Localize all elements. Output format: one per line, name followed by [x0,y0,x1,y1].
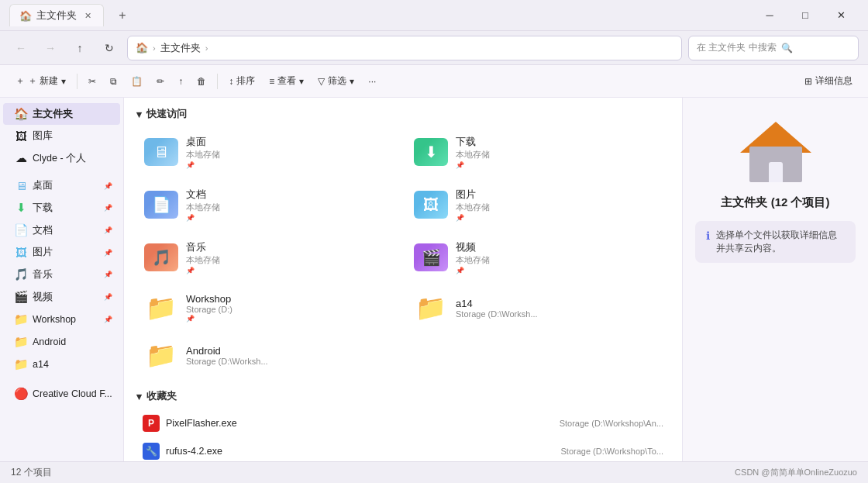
detail-info-box: ℹ 选择单个文件以获取详细信息并共享云内容。 [695,221,856,263]
folder-a14[interactable]: 📁 a14 Storage (D:\Worksh... [406,287,670,329]
filter-button[interactable]: ▽ 筛选 ▾ [312,71,360,91]
rufus-icon: 🔧 [143,443,160,460]
sidebar-item-workshop[interactable]: 📁 Workshop 📌 [3,309,120,330]
cut-button[interactable]: ✂ [82,73,102,90]
pictures-folder-info: 图片 本地存储 📌 [456,188,490,222]
status-bar: 12 个项目 CSDN @简简单单OnlineZuozuo [0,461,868,483]
folder-music[interactable]: 🎵 音乐 本地存储 📌 [136,234,400,281]
sidebar-downloads-label: 下载 [33,202,53,215]
sidebar-item-gallery[interactable]: 🖼 图库 [3,126,120,147]
sidebar-item-a14[interactable]: 📁 a14 [3,354,120,375]
favorites-label: 收藏夹 [146,389,177,403]
sidebar-item-home[interactable]: 🏠 主文件夹 [3,103,120,125]
favorites-header[interactable]: ▾ 收藏夹 [136,389,670,403]
fav-rufus[interactable]: 🔧 rufus-4.2.exe Storage (D:\Workshop\To.… [136,439,670,461]
sort-button[interactable]: ↕ 排序 [222,71,261,91]
copy-button[interactable]: ⧉ [104,73,123,90]
downloads-folder-icon: ⬇ [414,138,448,166]
maximize-button[interactable]: □ [787,3,823,28]
content-area: ▾ 快速访问 🖥 桌面 本地存储 📌 ⬇ [124,98,682,461]
home-icon: 🏠 [14,107,28,121]
fav-pixelflasher[interactable]: P PixelFlasher.exe Storage (D:\Workshop\… [136,411,670,436]
cloud-icon: ☁ [14,151,28,165]
a14-folder-sub: Storage (D:\Worksh... [456,309,538,319]
sidebar-item-creative-cloud[interactable]: 🔴 Creative Cloud F... [3,383,120,405]
paste-icon: 📋 [131,76,143,87]
new-button[interactable]: ＋ ＋ 新建 ▾ [9,71,72,91]
up-button[interactable]: ↑ [68,36,91,60]
desktop-icon-inner: 🖥 [153,143,169,161]
downloads-icon: ⬇ [14,201,28,215]
detail-info-icon: ℹ [706,229,710,242]
pictures-folder-name: 图片 [456,188,490,202]
a14-folder-icon: 📁 [14,357,28,371]
folder-videos[interactable]: 🎬 视频 本地存储 📌 [406,234,670,281]
pictures-folder-sub: 本地存储 [456,202,490,213]
folder-downloads[interactable]: ⬇ 下载 本地存储 📌 [406,129,670,175]
music-icon: 🎵 [14,267,28,281]
refresh-button[interactable]: ↻ [98,36,121,60]
titlebar-left: 🏠 主文件夹 ✕ + [9,4,133,26]
pixelflasher-icon: P [143,415,160,432]
a14-folder-info: a14 Storage (D:\Worksh... [456,298,538,319]
details-button[interactable]: ⊞ 详细信息 [798,71,859,91]
new-tab-button[interactable]: + [112,5,133,26]
music-folder-info: 音乐 本地存储 📌 [186,240,220,274]
share-button[interactable]: ↑ [172,73,189,90]
quick-access-label: 快速访问 [146,107,187,121]
sidebar-item-pictures[interactable]: 🖼 图片 📌 [3,242,120,263]
watermark-text: CSDN @简简单单OnlineZuozuo [735,467,857,478]
address-home-label: 主文件夹 [160,41,201,55]
folder-android[interactable]: 📁 Android Storage (D:\Worksh... [136,335,400,375]
sidebar-item-android[interactable]: 📁 Android [3,331,120,353]
main-area: 🏠 主文件夹 🖼 图库 ☁ Clyde - 个人 🖥 桌面 📌 ⬇ 下载 📌 📄… [0,98,868,461]
detail-pane: 主文件夹 (12 个项目) ℹ 选择单个文件以获取详细信息并共享云内容。 [682,98,868,461]
sidebar-videos-label: 视频 [33,291,53,304]
workshop-folder-sub: Storage (D:) [186,305,232,314]
folder-documents[interactable]: 📄 文档 本地存储 📌 [136,181,400,228]
pictures-folder-icon: 🖼 [414,191,448,219]
gallery-icon: 🖼 [14,129,28,143]
video-icon-inner: 🎬 [422,248,441,267]
delete-button[interactable]: 🗑 [191,73,212,90]
pictures-icon-inner: 🖼 [423,196,439,214]
tab-home[interactable]: 🏠 主文件夹 ✕ [9,4,104,26]
more-button[interactable]: ··· [362,73,382,90]
folder-desktop[interactable]: 🖥 桌面 本地存储 📌 [136,129,400,175]
rename-button[interactable]: ✏ [150,73,170,90]
documents-pin: 📌 [186,214,220,222]
sidebar-item-desktop[interactable]: 🖥 桌面 📌 [3,175,120,196]
paste-button[interactable]: 📋 [125,73,149,90]
quick-access-header[interactable]: ▾ 快速访问 [136,107,670,121]
address-bar[interactable]: 🏠 › 主文件夹 › [127,36,682,60]
sidebar-item-music[interactable]: 🎵 音乐 📌 [3,264,120,285]
view-button[interactable]: ≡ 查看 ▾ [263,71,310,91]
back-button[interactable]: ← [9,36,33,60]
sidebar-item-clyde[interactable]: ☁ Clyde - 个人 [3,147,120,169]
android-folder-icon: 📁 [14,335,28,349]
sidebar-item-documents[interactable]: 📄 文档 📌 [3,219,120,241]
android-folder-icon-main: 📁 [144,341,178,369]
sidebar-gallery-label: 图库 [33,129,53,143]
toolbar-sep-2 [217,74,218,89]
minimize-button[interactable]: ─ [752,3,787,28]
desktop-folder-info: 桌面 本地存储 📌 [186,135,220,169]
workshop-folder-info: Workshop Storage (D:) 📌 [186,293,232,323]
tab-close-button[interactable]: ✕ [81,9,94,22]
folder-pictures[interactable]: 🖼 图片 本地存储 📌 [406,181,670,228]
videos-folder-name: 视频 [456,240,490,254]
music-icon-inner: 🎵 [152,248,171,267]
music-folder-name: 音乐 [186,240,220,254]
sidebar-item-downloads[interactable]: ⬇ 下载 📌 [3,197,120,219]
close-button[interactable]: ✕ [823,3,859,28]
view-icon: ≡ [269,76,274,87]
tab-home-label: 主文件夹 [36,9,77,22]
desktop-icon: 🖥 [14,179,28,192]
sidebar-creative-label: Creative Cloud F... [33,388,112,399]
forward-button[interactable]: → [39,36,62,60]
sidebar-item-videos[interactable]: 🎬 视频 📌 [3,286,120,308]
search-bar[interactable]: 在 主文件夹 中搜索 🔍 [688,36,859,60]
music-pin-icon: 📌 [104,271,112,278]
favorites-arrow: ▾ [136,391,142,402]
folder-workshop[interactable]: 📁 Workshop Storage (D:) 📌 [136,287,400,329]
